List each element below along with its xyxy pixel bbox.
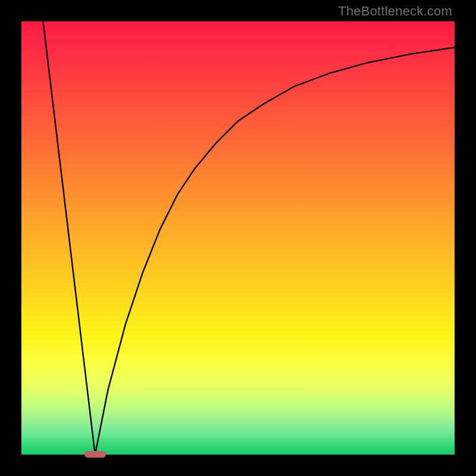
target-marker [84, 451, 106, 458]
curve-path [43, 21, 455, 455]
chart-frame: TheBottleneck.com [0, 0, 476, 476]
watermark-text: TheBottleneck.com [338, 4, 452, 19]
plot-area [21, 21, 455, 455]
bottleneck-curve [21, 21, 455, 455]
